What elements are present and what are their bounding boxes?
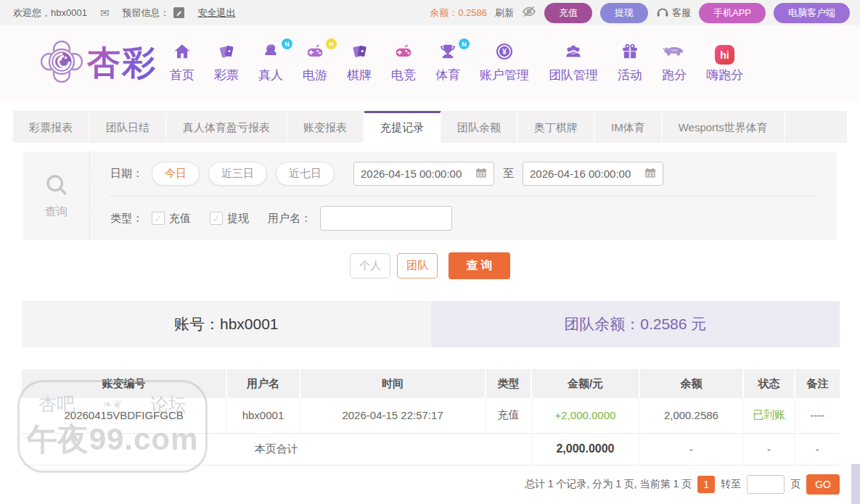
search-button[interactable]: 查 询 (449, 252, 509, 279)
tab-lottery-report[interactable]: 彩票报表 (13, 111, 90, 143)
nav-item-lottery[interactable]: 彩票 (214, 43, 239, 83)
team-balance: 团队余额：0.2586 元 (431, 301, 840, 347)
hi-app-icon: hi (715, 45, 734, 65)
withdraw-button[interactable]: 提现 (600, 3, 648, 23)
nav-label: 彩票 (214, 67, 239, 83)
deposit-checkbox-label: 充值 (169, 212, 191, 226)
nav-item-egames[interactable]: H 电游 (303, 43, 327, 83)
team-balance-value: 0.2586 元 (640, 314, 706, 334)
summary-label: 本页合计 (22, 433, 531, 465)
trophy-icon (438, 42, 457, 65)
withdraw-checkbox-label: 提现 (227, 212, 249, 226)
col-amount: 金额/元 (531, 369, 639, 398)
balance-label: 余额： (430, 7, 458, 18)
date-to-field[interactable] (523, 162, 663, 186)
main-nav: 首页 彩票 N 真人 (170, 43, 743, 83)
tab-im-sports[interactable]: IM体育 (595, 111, 663, 143)
gamepad-icon (305, 42, 325, 65)
report-tabs: 彩票报表 团队日结 真人体育盈亏报表 账变报表 充提记录 团队余额 奥丁棋牌 I… (13, 111, 847, 143)
reserved-info-label: 预留信息： (122, 7, 169, 20)
brand-logo[interactable]: 杏彩 (41, 41, 157, 86)
message-icon[interactable]: ✉ (100, 7, 110, 20)
nav-item-home[interactable]: 首页 (170, 43, 194, 83)
date-from-input[interactable] (361, 168, 471, 180)
nav-label: 账户管理 (480, 67, 529, 83)
col-change-id: 账变编号 (22, 369, 226, 398)
nav-item-promotions[interactable]: 活动 (618, 43, 642, 83)
tab-aoding-boardgames[interactable]: 奥丁棋牌 (518, 111, 595, 143)
tab-wesports[interactable]: Wesports世界体育 (663, 111, 785, 143)
nav-label: 活动 (618, 67, 642, 83)
nav-item-team-management[interactable]: 团队管理 (549, 43, 598, 83)
nav-item-live[interactable]: N 真人 (258, 43, 283, 83)
nav-item-boardgames[interactable]: 棋牌 (347, 43, 372, 83)
username-label: 用户名： (268, 212, 311, 226)
tab-live-sports-pl[interactable]: 真人体育盈亏报表 (167, 111, 287, 143)
nav-label: 首页 (170, 67, 194, 83)
nav-item-sports[interactable]: N 体育 (435, 43, 460, 83)
query-side-label[interactable]: 查询 (23, 152, 90, 240)
filter-panel: 查询 日期： 今日 近三日 近七日 至 (23, 152, 837, 240)
site-header: 杏彩 首页 彩票 N (0, 25, 860, 101)
summary-dash: - (639, 433, 743, 465)
type-label: 类型： (110, 212, 143, 226)
cell-balance: 2,000.2586 (639, 398, 743, 433)
nav-label: 团队管理 (549, 67, 598, 83)
home-icon (173, 42, 192, 65)
mobile-app-button[interactable]: 手机APP (699, 3, 766, 23)
goto-page-input[interactable] (747, 475, 785, 494)
people-group-icon (563, 42, 583, 65)
nav-badge: H (326, 38, 337, 49)
team-button[interactable]: 团队 (397, 253, 438, 278)
balance: 余额：0.2586 (430, 7, 487, 20)
nav-label: 棋牌 (347, 67, 372, 83)
summary-row: 本页合计 2,000.0000 - - - (22, 433, 840, 465)
date-from-field[interactable] (353, 162, 494, 186)
eye-slash-icon[interactable] (522, 4, 536, 21)
calendar-icon[interactable] (475, 168, 487, 181)
scrollbar-thumb[interactable] (851, 464, 860, 504)
range-today-button[interactable]: 今日 (152, 162, 200, 186)
brand-name: 杏彩 (87, 41, 157, 86)
customer-service[interactable]: 客服 (656, 5, 691, 20)
go-button[interactable]: GO (806, 474, 840, 495)
deposit-button[interactable]: 充值 (544, 3, 592, 23)
pc-client-button[interactable]: 电脑客户端 (774, 3, 850, 23)
logout-link[interactable]: 安全退出 (197, 7, 235, 20)
date-label: 日期： (110, 167, 143, 181)
cell-time: 2026-04-15 22:57:17 (300, 398, 486, 433)
personal-button[interactable]: 个人 (350, 253, 390, 278)
tab-team-balance[interactable]: 团队余额 (441, 111, 518, 143)
withdraw-checkbox[interactable]: ✓ (210, 212, 223, 225)
cell-username: hbx0001 (226, 398, 300, 433)
records-table: 账变编号 用户名 时间 类型 金额/元 余额 状态 备注 20260415VBD… (22, 369, 840, 466)
range-3days-button[interactable]: 近三日 (208, 162, 267, 186)
range-7days-button[interactable]: 近七日 (276, 162, 335, 186)
col-status: 状态 (743, 369, 795, 398)
tab-team-daily[interactable]: 团队日结 (90, 111, 167, 143)
cards-icon (350, 42, 369, 65)
person-icon (261, 42, 280, 65)
nav-badge: N (282, 38, 292, 49)
username-input[interactable] (320, 206, 452, 231)
nav-item-account-management[interactable]: ¥ 账户管理 (480, 43, 529, 83)
headphones-icon (656, 5, 669, 20)
nav-item-hi-paofen[interactable]: hi 嗨跑分 (706, 43, 743, 83)
svg-text:¥: ¥ (502, 47, 507, 56)
tab-account-changes[interactable]: 账变报表 (287, 111, 364, 143)
deposit-checkbox[interactable]: ✓ (152, 212, 165, 225)
account-number: 账号：hbx0001 (22, 301, 431, 347)
calendar-icon[interactable] (644, 168, 656, 181)
nav-badge: N (459, 38, 470, 49)
tab-deposit-withdraw-records[interactable]: 充提记录 (364, 111, 441, 143)
date-to-input[interactable] (530, 168, 640, 180)
current-page-button[interactable]: 1 (697, 476, 715, 493)
nav-item-esports[interactable]: 电竞 (391, 43, 416, 83)
refresh-link[interactable]: 刷新 (495, 7, 514, 20)
balance-value: 0.2586 (458, 7, 487, 18)
edit-icon[interactable] (173, 7, 184, 18)
nav-label: 体育 (435, 67, 460, 83)
cell-type: 充值 (486, 398, 531, 433)
nav-item-paofen[interactable]: 跑分 (662, 43, 687, 83)
page-unit-label: 页 (790, 478, 800, 491)
